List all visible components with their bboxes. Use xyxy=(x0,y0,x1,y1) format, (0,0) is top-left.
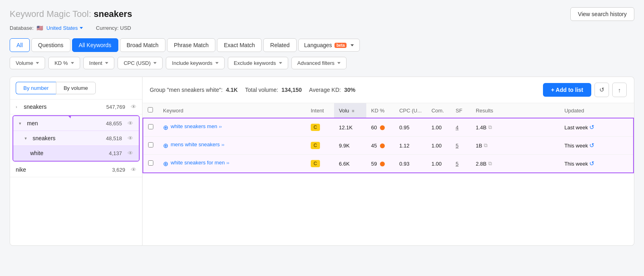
refresh-button[interactable]: ↺ xyxy=(594,83,609,97)
sidebar-list: › sneakers 547,769 👁 xyxy=(10,100,142,177)
view-history-button[interactable]: View search history xyxy=(570,7,634,21)
filter-kd-icon xyxy=(71,62,74,64)
tab-all-keywords[interactable]: All Keywords xyxy=(72,38,118,52)
row1-intent-badge: C xyxy=(311,124,320,131)
row1-sf-cell: 4 xyxy=(451,118,471,137)
eye-icon-sneakers-sub[interactable]: 👁 xyxy=(128,135,133,141)
col-keyword: Keyword xyxy=(158,103,306,118)
sort-icon: ≡ xyxy=(352,108,354,113)
row3-keyword-link[interactable]: white sneakers for men ›› xyxy=(171,160,229,166)
filter-advanced[interactable]: Advanced filters xyxy=(291,57,347,69)
export-icon: ↑ xyxy=(618,87,621,93)
row2-refresh-icon[interactable]: ↺ xyxy=(589,142,594,149)
tab-exact-match[interactable]: Exact Match xyxy=(217,38,262,52)
avg-kd-label: Average KD: xyxy=(309,87,341,93)
toggle-by-volume[interactable]: By volume xyxy=(56,82,96,94)
row2-keyword-link[interactable]: mens white sneakers ›› xyxy=(171,141,224,147)
filter-kd-label: KD % xyxy=(54,60,68,66)
content-header: Group "men sneakers white": 4.1K Total v… xyxy=(142,77,634,103)
col-sf: SF xyxy=(451,103,471,118)
filter-cpc[interactable]: CPC (USD) xyxy=(118,57,163,69)
filter-exclude[interactable]: Exclude keywords xyxy=(228,57,288,69)
filter-intent[interactable]: Intent xyxy=(83,57,115,69)
row2-checkbox-cell xyxy=(143,137,158,155)
group-label: Group "men sneakers white": xyxy=(150,87,223,93)
sidebar-item-label-nike: nike xyxy=(16,166,109,173)
sidebar-item-count-men: 48,655 xyxy=(106,120,122,127)
filter-kd[interactable]: KD % xyxy=(48,57,80,69)
toggle-by-number[interactable]: By number xyxy=(16,82,56,94)
sidebar-item-white[interactable]: white 4,137 👁 xyxy=(13,146,139,161)
row3-kd-value: 59 xyxy=(371,161,377,167)
filter-exclude-icon xyxy=(279,62,282,64)
row1-checkbox[interactable] xyxy=(148,124,153,129)
select-all-checkbox[interactable] xyxy=(148,107,153,112)
row1-arrows: ›› xyxy=(219,124,222,129)
row3-sf-link[interactable]: 5 xyxy=(456,161,458,167)
tab-related[interactable]: Related xyxy=(263,38,296,52)
sidebar-item-count-sneakers: 547,769 xyxy=(106,104,125,110)
row2-com-cell: 1.00 xyxy=(427,137,451,155)
avg-kd-value: 30% xyxy=(344,87,355,93)
chevron-down-icon-men: ▾ xyxy=(19,121,25,126)
tab-questions[interactable]: Questions xyxy=(31,38,70,52)
sidebar-item-count-nike: 3,629 xyxy=(112,167,125,173)
sidebar-item-men[interactable]: ▾ men 48,655 👁 xyxy=(13,116,139,131)
row3-checkbox[interactable] xyxy=(148,160,153,166)
plus-circle-icon-row1[interactable]: ⊕ xyxy=(163,124,168,131)
row1-kd-value: 60 xyxy=(371,125,377,131)
sidebar-item-sneakers-sub[interactable]: ▾ sneakers 48,518 👁 xyxy=(13,131,139,146)
row2-sf-link[interactable]: 5 xyxy=(456,143,458,149)
row2-updated-cell: This week ↺ xyxy=(559,137,634,155)
sidebar-highlighted-group: ▾ men 48,655 👁 ▾ sneakers 48,518 👁 w xyxy=(12,115,140,162)
sidebar-item-sneakers[interactable]: › sneakers 547,769 👁 xyxy=(10,100,142,114)
plus-circle-icon-row3[interactable]: ⊕ xyxy=(163,160,168,168)
row3-kd-dot xyxy=(380,162,385,166)
database-selector[interactable]: United States xyxy=(46,25,83,31)
row1-cpc-cell: 0.95 xyxy=(394,118,427,137)
row3-sf-cell: 5 xyxy=(451,155,471,173)
row1-sf-link[interactable]: 4 xyxy=(456,125,458,131)
row1-keyword-link[interactable]: white sneakers men ›› xyxy=(171,123,222,129)
col-kd: KD % xyxy=(366,103,394,118)
row2-cpc-cell: 1.12 xyxy=(394,137,427,155)
row3-results-icon[interactable]: ⧉ xyxy=(488,160,492,167)
sidebar: By number By volume › sneakers 547,769 👁 xyxy=(10,77,142,246)
col-volume[interactable]: Volu ≡ xyxy=(334,103,366,118)
eye-icon-men[interactable]: 👁 xyxy=(128,120,133,127)
filter-volume[interactable]: Volume xyxy=(10,57,45,69)
database-dropdown-icon xyxy=(80,27,83,29)
eye-icon-white[interactable]: 👁 xyxy=(128,150,133,156)
row3-updated-value: This week xyxy=(564,161,588,167)
row2-checkbox[interactable] xyxy=(148,142,153,147)
row1-refresh-icon[interactable]: ↺ xyxy=(589,124,594,131)
keyword-title: sneakers xyxy=(94,9,132,19)
add-to-list-button[interactable]: + Add to list xyxy=(543,83,591,97)
row1-volume-cell: 12.1K xyxy=(334,118,366,137)
tab-phrase-match[interactable]: Phrase Match xyxy=(167,38,215,52)
tab-languages[interactable]: Languages beta xyxy=(298,39,360,52)
sidebar-item-label-men: men xyxy=(27,120,103,127)
filter-include[interactable]: Include keywords xyxy=(166,57,224,69)
sidebar-item-label-sneakers-sub: sneakers xyxy=(33,135,103,141)
eye-icon-sneakers[interactable]: 👁 xyxy=(131,104,136,110)
eye-icon-nike[interactable]: 👁 xyxy=(131,166,136,173)
row2-kd-dot xyxy=(380,143,385,148)
row3-refresh-icon[interactable]: ↺ xyxy=(589,160,594,167)
tab-broad-match[interactable]: Broad Match xyxy=(120,38,165,52)
row3-results-value: 2.8B xyxy=(476,161,487,167)
flag-icon: 🇺🇸 xyxy=(37,25,43,31)
row1-keyword-text: white sneakers men xyxy=(171,123,217,129)
page-title: Keyword Magic Tool: sneakers xyxy=(10,9,132,19)
sidebar-item-nike[interactable]: nike 3,629 👁 xyxy=(10,162,142,177)
row2-results-icon[interactable]: ⧉ xyxy=(484,142,487,149)
col-volume-label: Volu xyxy=(339,108,349,114)
row1-results-icon[interactable]: ⧉ xyxy=(488,124,492,131)
row1-kd-dot xyxy=(380,125,385,130)
col-results: Results xyxy=(471,103,559,118)
row3-keyword-cell: ⊕ white sneakers for men ›› xyxy=(158,155,306,173)
export-button[interactable]: ↑ xyxy=(612,83,627,97)
row3-intent-cell: C xyxy=(306,155,334,173)
plus-circle-icon-row2[interactable]: ⊕ xyxy=(163,142,168,149)
tab-all[interactable]: All xyxy=(10,38,30,52)
